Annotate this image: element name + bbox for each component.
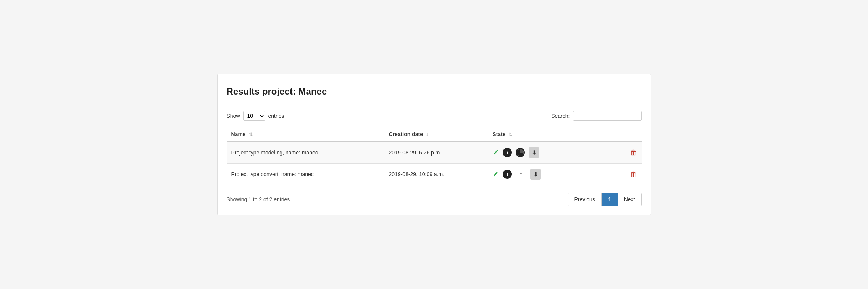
results-table: Name ⇅ Creation date ↓ State ⇅ Project t… <box>227 127 642 185</box>
next-button[interactable]: Next <box>618 193 642 206</box>
row2-date: 2019-08-29, 10:09 a.m. <box>384 164 488 185</box>
page-title: Results project: Manec <box>227 82 642 103</box>
entries-label: entries <box>268 113 284 119</box>
row1-name: Project type modeling, name: manec <box>227 141 384 164</box>
table-row: Project type convert, name: manec 2019-0… <box>227 164 642 185</box>
show-entries-control: Show 10 25 50 100 entries <box>227 111 284 121</box>
search-input[interactable] <box>573 111 642 121</box>
date-sort-icon: ↓ <box>426 132 428 137</box>
col-date-label: Creation date <box>389 131 423 137</box>
entries-select[interactable]: 10 25 50 100 <box>243 111 265 121</box>
row2-actions: ✓ i ↑ ⬇ 🗑 <box>488 164 641 185</box>
col-header-state[interactable]: State ⇅ <box>488 127 641 142</box>
table-header-row: Name ⇅ Creation date ↓ State ⇅ <box>227 127 642 142</box>
showing-text: Showing 1 to 2 of 2 entries <box>227 196 290 202</box>
pagination: Previous 1 Next <box>568 193 641 206</box>
row2-delete-button[interactable]: 🗑 <box>630 170 637 178</box>
search-label: Search: <box>551 113 570 119</box>
row2-action-icons: ✓ i ↑ ⬇ 🗑 <box>492 169 637 180</box>
col-name-label: Name <box>231 131 246 137</box>
row1-pie-chart-icon <box>517 149 524 156</box>
row1-success-icon: ✓ <box>492 148 499 157</box>
table-row: Project type modeling, name: manec 2019-… <box>227 141 642 164</box>
table-footer: Showing 1 to 2 of 2 entries Previous 1 N… <box>227 193 642 206</box>
previous-button[interactable]: Previous <box>568 193 601 206</box>
name-sort-icon: ⇅ <box>249 132 253 137</box>
search-area: Search: <box>551 111 641 121</box>
row1-info-button[interactable]: i <box>503 148 512 157</box>
main-container: Results project: Manec Show 10 25 50 100… <box>217 74 651 215</box>
col-state-label: State <box>492 131 505 137</box>
row1-delete-button[interactable]: 🗑 <box>630 149 637 157</box>
state-sort-icon: ⇅ <box>508 132 512 137</box>
row1-action-icons: ✓ i ⬇ 🗑 <box>492 147 637 158</box>
show-label: Show <box>227 113 240 119</box>
row1-download-button[interactable]: ⬇ <box>529 147 539 158</box>
row2-download-button[interactable]: ⬇ <box>530 169 541 180</box>
row1-date: 2019-08-29, 6:26 p.m. <box>384 141 488 164</box>
row2-success-icon: ✓ <box>492 170 499 179</box>
row2-upload-button[interactable]: ↑ <box>516 169 526 180</box>
page-1-button[interactable]: 1 <box>602 193 618 206</box>
row2-info-button[interactable]: i <box>503 170 512 179</box>
col-header-date[interactable]: Creation date ↓ <box>384 127 488 142</box>
row1-actions: ✓ i ⬇ 🗑 <box>488 141 641 164</box>
toolbar: Show 10 25 50 100 entries Search: <box>227 111 642 121</box>
row2-name: Project type convert, name: manec <box>227 164 384 185</box>
col-header-name[interactable]: Name ⇅ <box>227 127 384 142</box>
row1-pie-button[interactable] <box>516 148 525 157</box>
